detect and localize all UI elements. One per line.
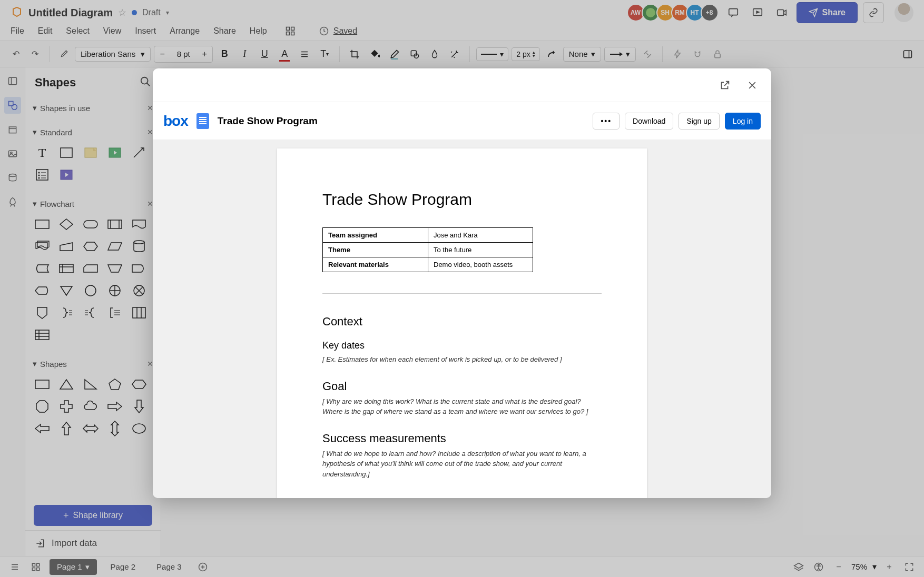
modal-overlay: box Trade Show Program ••• Download Sign… [0,0,924,577]
table-cell-value: Demo video, booth assets [428,257,533,272]
table-cell-value: Jose and Kara [428,228,533,243]
table-row: ThemeTo the future [323,243,533,257]
close-modal-button[interactable] [744,77,761,94]
more-options-button[interactable]: ••• [593,113,620,130]
doc-note: [ What do we hope to learn and how? Incl… [322,449,602,480]
doc-heading: Trade Show Program [322,191,602,208]
table-cell-label: Theme [323,243,428,257]
login-button[interactable]: Log in [725,113,761,130]
doc-subsection-success: Success measurements [322,432,602,445]
table-cell-label: Team assigned [323,228,428,243]
table-cell-value: To the future [428,243,533,257]
document-icon [196,113,209,129]
box-doc-title: Trade Show Program [218,115,318,127]
doc-subsection-keydates: Key dates [322,340,602,351]
open-external-button[interactable] [716,77,733,94]
preview-modal: box Trade Show Program ••• Download Sign… [153,68,771,498]
box-logo: box [163,113,188,130]
download-button[interactable]: Download [625,113,673,130]
doc-note: [ Why are we doing this work? What is th… [322,396,602,417]
divider [322,293,602,294]
doc-subsection-goal: Goal [322,380,602,393]
doc-info-table: Team assignedJose and Kara ThemeTo the f… [322,227,533,272]
box-header: box Trade Show Program ••• Download Sign… [153,102,771,140]
doc-note: [ Ex. Estimates for when each element of… [322,354,602,365]
document-page: Trade Show Program Team assignedJose and… [277,148,647,498]
table-row: Team assignedJose and Kara [323,228,533,243]
table-row: Relevant materialsDemo video, booth asse… [323,257,533,272]
document-preview-area[interactable]: Trade Show Program Team assignedJose and… [153,140,771,498]
table-cell-label: Relevant materials [323,257,428,272]
doc-section-context: Context [322,315,602,329]
signup-button[interactable]: Sign up [679,113,719,130]
